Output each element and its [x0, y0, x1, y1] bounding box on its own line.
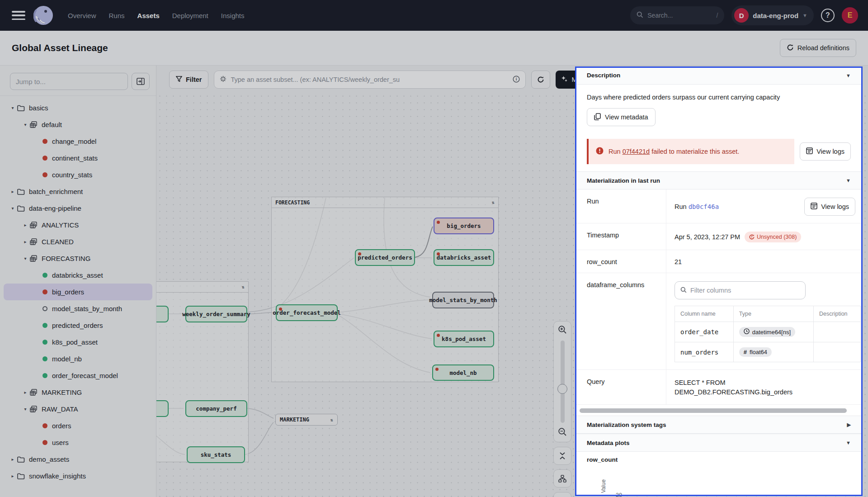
filter-icon	[176, 76, 182, 83]
graph-node-weekly_order_summary[interactable]: weekly_order_summary	[185, 306, 247, 322]
sidebar-item-batch_enrichment[interactable]: ▸batch_enrichment	[4, 183, 152, 200]
zoom-out-icon[interactable]	[558, 427, 567, 438]
graph-node-company_perf[interactable]: company_perf	[185, 400, 247, 417]
dagster-logo-icon[interactable]	[33, 5, 53, 25]
caret-down-icon[interactable]: ▾	[21, 256, 30, 261]
zoom-in-icon[interactable]	[558, 325, 567, 336]
section-materialization[interactable]: Materialization in last run ▼	[575, 171, 863, 189]
caret-down-icon[interactable]: ▾	[21, 122, 30, 127]
caret-down-icon[interactable]: ▾	[21, 407, 30, 412]
search-input[interactable]: Search... /	[630, 6, 724, 24]
sidebar-item-model_nb[interactable]: model_nb	[4, 350, 152, 367]
caret-right-icon[interactable]: ▸	[21, 390, 30, 395]
zoom-slider[interactable]	[561, 341, 565, 423]
changed-dot	[437, 334, 440, 337]
sidebar-item-RAW_DATA[interactable]: ▾RAW_DATA	[4, 401, 152, 417]
changed-dot	[279, 308, 282, 311]
run-id-link[interactable]: db0cf46a	[689, 203, 719, 210]
reload-definitions-button[interactable]: Reload definitions	[780, 39, 856, 57]
menu-icon[interactable]	[12, 11, 25, 20]
status-dot	[42, 139, 47, 144]
nav-link-insights[interactable]: Insights	[221, 12, 245, 19]
sidebar-item-order_forecast_model[interactable]: order_forecast_model	[4, 367, 152, 384]
graph-node-order_forecast_model[interactable]: order_forecast_model	[276, 304, 338, 321]
sidebar-item-users[interactable]: users	[4, 434, 152, 451]
collapse-all-button[interactable]	[553, 447, 571, 465]
query-row: Query SELECT * FROM DEMO_DB2.FORECASTING…	[575, 370, 863, 405]
collapse-sidebar-button[interactable]	[132, 73, 150, 90]
sidebar-item-MARKETING[interactable]: ▸MARKETING	[4, 384, 152, 401]
view-metadata-button[interactable]: View metadata	[587, 108, 656, 126]
sidebar-item-default[interactable]: ▾default	[4, 116, 152, 133]
caret-right-icon[interactable]: ▸	[8, 189, 17, 194]
sidebar-item-FORECASTING[interactable]: ▾FORECASTING	[4, 250, 152, 267]
expand-group-icon[interactable]: ⇅	[242, 284, 245, 289]
nav-link-assets[interactable]: Assets	[137, 12, 160, 19]
nav-link-deployment[interactable]: Deployment	[172, 12, 208, 19]
refresh-graph-button[interactable]	[531, 71, 550, 89]
deployment-name: data-eng-prod	[753, 12, 798, 19]
filter-button[interactable]: Filter	[169, 71, 208, 89]
caret-right-icon[interactable]: ▸	[8, 457, 17, 462]
view-logs-button[interactable]: View logs	[804, 198, 855, 216]
timestamp-row: Timestamp Apr 5, 2023, 12:27 PM Unsynced…	[575, 223, 863, 250]
sidebar-item-orders[interactable]: orders	[4, 417, 152, 434]
asset-group-icon	[30, 406, 42, 412]
graph-node-sku_stats[interactable]: sku_stats	[187, 446, 245, 463]
sidebar-item-change_model[interactable]: change_model	[4, 133, 152, 150]
sidebar-item-snowflake_insights[interactable]: ▸snowflake_insights	[4, 468, 152, 484]
caret-right-icon[interactable]: ▸	[21, 222, 30, 227]
folder-icon	[17, 105, 29, 111]
sidebar-item-demo_assets[interactable]: ▸demo_assets	[4, 451, 152, 468]
sidebar-item-big_orders[interactable]: big_orders	[4, 284, 152, 300]
caret-right-icon[interactable]: ▸	[8, 473, 17, 478]
graph-node-model_stats_by_month[interactable]: model_stats_by_month	[432, 292, 494, 308]
nav-link-runs[interactable]: Runs	[109, 12, 125, 19]
op-selector-icon	[220, 76, 226, 84]
help-button[interactable]: ?	[821, 9, 835, 22]
asset-subset-input[interactable]: Type an asset subset... (ex: ANALYTICS/w…	[214, 71, 526, 89]
sidebar-item-k8s_pod_asset[interactable]: k8s_pod_asset	[4, 334, 152, 350]
asset-detail-panel: Description ▼ Days where predicted order…	[575, 66, 863, 497]
info-icon: i	[513, 76, 520, 84]
sidebar-item-data-eng-pipeline[interactable]: ▾data-eng-pipeline	[4, 200, 152, 217]
graph-node-stub[interactable]	[156, 306, 169, 322]
caret-down-icon[interactable]: ▾	[8, 206, 17, 211]
collapsed-group-marketing[interactable]: MARKETING ⇅	[275, 414, 338, 426]
status-dot	[42, 289, 47, 294]
graph-node-databricks_asset[interactable]: databricks_asset	[434, 249, 494, 266]
graph-node-k8s_pod_asset[interactable]: k8s_pod_asset	[434, 331, 494, 347]
nav-link-overview[interactable]: Overview	[68, 12, 96, 19]
sidebar-item-ANALYTICS[interactable]: ▸ANALYTICS	[4, 217, 152, 233]
download-view-button[interactable]	[553, 492, 571, 497]
deployment-switcher[interactable]: D data-eng-prod ▼	[731, 5, 814, 25]
sidebar-item-CLEANED[interactable]: ▸CLEANED	[4, 233, 152, 250]
expand-group-icon[interactable]: ⇅	[492, 200, 495, 205]
graph-node-big_orders[interactable]: big_orders	[434, 218, 494, 234]
sidebar-item-predicted_orders[interactable]: predicted_orders	[4, 317, 152, 334]
section-system-tags[interactable]: Materialization system tags ▶	[575, 416, 863, 434]
sidebar-item-basics[interactable]: ▾basics	[4, 99, 152, 116]
sidebar-item-model_stats_by_month[interactable]: model_stats_by_month	[4, 300, 152, 317]
section-description[interactable]: Description ▼	[575, 66, 863, 85]
view-logs-button[interactable]: View logs	[800, 142, 851, 161]
horizontal-scrollbar[interactable]	[580, 408, 858, 413]
status-dot	[42, 423, 47, 428]
jump-to-input[interactable]: Jump to...	[10, 73, 128, 90]
graph-node-stub[interactable]	[156, 400, 169, 417]
zoom-controls	[553, 321, 571, 497]
graph-node-predicted_orders[interactable]: predicted_orders	[355, 249, 415, 266]
zoom-slider-handle[interactable]	[557, 384, 567, 394]
caret-right-icon[interactable]: ▸	[21, 239, 30, 244]
sidebar-item-continent_stats[interactable]: continent_stats	[4, 150, 152, 166]
sidebar-item-country_stats[interactable]: country_stats	[4, 166, 152, 183]
graph-node-model_nb[interactable]: model_nb	[432, 364, 494, 381]
filter-columns-input[interactable]: Filter columns	[675, 281, 806, 299]
caret-down-icon[interactable]: ▾	[8, 105, 17, 110]
layout-graph-button[interactable]	[553, 469, 571, 488]
user-avatar[interactable]: E	[842, 7, 858, 24]
failed-run-link[interactable]: 07f4421d	[623, 148, 650, 155]
sidebar-item-databricks_asset[interactable]: databricks_asset	[4, 267, 152, 284]
changed-dot	[358, 252, 361, 256]
section-metadata-plots[interactable]: Metadata plots ▼	[575, 434, 863, 452]
